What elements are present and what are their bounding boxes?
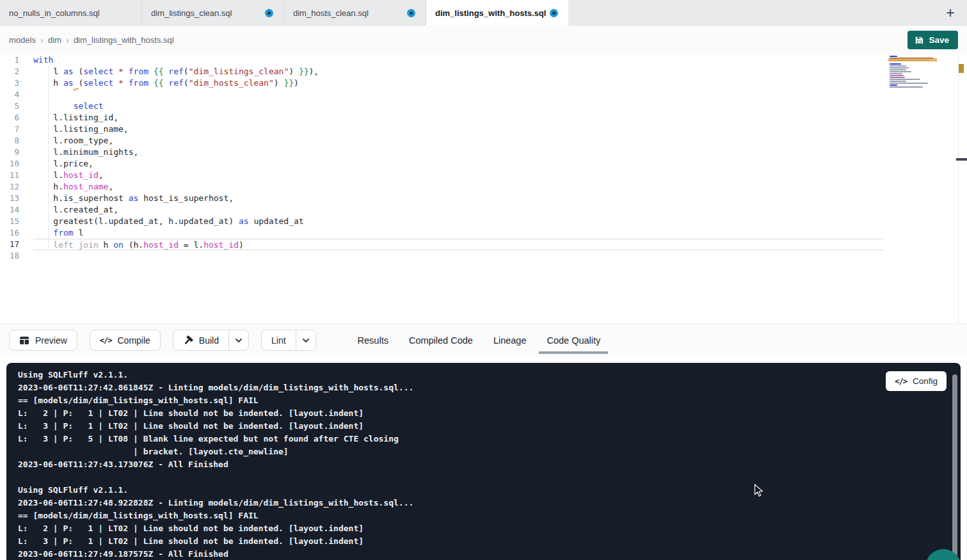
code-line[interactable]	[33, 89, 884, 100]
code-line[interactable]: l.price,	[33, 158, 884, 170]
save-button[interactable]: Save	[907, 31, 958, 49]
code-line[interactable]	[33, 250, 884, 262]
chevron-down-icon	[302, 338, 310, 343]
terminal-line: | bracket. [layout.cte_newline]	[18, 445, 949, 458]
terminal-line: == [models/dim/dim_listings_with_hosts.s…	[18, 394, 949, 407]
panel-tab-code-quality[interactable]: Code Quality	[547, 335, 600, 346]
tab-4[interactable]: dim_listings_with_hosts.sql	[426, 0, 568, 26]
breadcrumb-item-file: dim_listings_with_hosts.sql	[74, 35, 174, 45]
code-line[interactable]: from l	[33, 227, 884, 239]
terminal-line: 2023-06-06T11:27:49.187575Z - All Finish…	[18, 548, 949, 560]
terminal-line: L: 2 | P: 1 | LT02 | Line should not be …	[18, 522, 949, 535]
action-toolbar: Preview </> Compile Build	[0, 323, 967, 356]
panel-tab-compiled-code[interactable]: Compiled Code	[409, 335, 473, 346]
ide-window: no_nulls_in_columns.sqldim_listings_clea…	[0, 0, 967, 560]
breadcrumb-item-dim[interactable]: dim	[48, 35, 61, 45]
lint-button[interactable]: Lint	[262, 330, 296, 350]
chevron-right-icon: ›	[66, 35, 69, 45]
breadcrumb-bar: models › dim › dim_listings_with_hosts.s…	[0, 26, 967, 54]
minimap[interactable]	[890, 56, 936, 93]
build-split-button: Build	[173, 330, 249, 351]
terminal-line: L: 3 | P: 5 | LT08 | Blank line expected…	[18, 433, 949, 445]
terminal-line: == [models/dim/dim_listings_with_hosts.s…	[18, 509, 949, 522]
editor-gutter: 123456789101112131415161718	[0, 54, 24, 323]
chevron-down-icon	[235, 338, 243, 343]
code-line[interactable]: h.is_superhost as host_is_superhost,	[33, 193, 884, 204]
tab-1[interactable]: no_nulls_in_columns.sql	[0, 0, 142, 26]
table-icon	[19, 335, 29, 346]
terminal-line	[18, 471, 949, 484]
unsaved-changes-icon	[550, 9, 558, 17]
panel-tabs: ResultsCompiled CodeLineageCode Quality	[358, 324, 601, 356]
tab-label: dim_listings_clean.sql	[151, 8, 232, 18]
tab-label: no_nulls_in_columns.sql	[9, 8, 100, 18]
tab-label: dim_hosts_clean.sql	[293, 8, 369, 18]
config-button-label: Config	[913, 376, 938, 386]
unsaved-changes-icon	[265, 9, 273, 17]
config-button[interactable]: </> Config	[886, 371, 947, 391]
line-number: 12	[0, 181, 19, 193]
line-number: 3	[0, 77, 19, 89]
lint-warning-marker[interactable]	[959, 64, 964, 73]
line-number: 5	[0, 100, 19, 112]
code-line[interactable]: h as (select * from {{ ref("dim_hosts_cl…	[33, 77, 884, 89]
code-line[interactable]: greatest(l.updated_at, h.updated_at) as …	[33, 216, 884, 227]
line-number: 15	[0, 216, 19, 227]
breadcrumb-item-models[interactable]: models	[9, 35, 36, 45]
code-line[interactable]: l.created_at,	[33, 204, 884, 216]
line-number: 13	[0, 193, 19, 204]
hammer-icon	[183, 335, 193, 346]
code-line[interactable]: l as (select * from {{ ref("dim_listings…	[33, 66, 884, 77]
terminal-line: Using SQLFluff v2.1.1.	[18, 484, 949, 497]
line-number: 17	[0, 239, 19, 250]
line-number: 4	[0, 89, 19, 100]
tab-2[interactable]: dim_listings_clean.sql	[142, 0, 284, 26]
tab-label: dim_listings_with_hosts.sql	[435, 8, 546, 18]
preview-button-label: Preview	[35, 335, 67, 346]
line-number: 1	[0, 54, 19, 66]
lint-dropdown-button[interactable]	[296, 330, 316, 350]
scroll-position-marker[interactable]	[956, 158, 967, 161]
code-line[interactable]: with	[33, 54, 884, 66]
panel-tab-lineage[interactable]: Lineage	[493, 335, 527, 346]
build-button[interactable]: Build	[173, 330, 228, 350]
code-line[interactable]: l.minimum_nights,	[33, 147, 884, 158]
indent-guide	[48, 66, 49, 250]
terminal-line: 2023-06-06T11:27:48.922828Z - Linting mo…	[18, 497, 949, 509]
lint-button-label: Lint	[271, 335, 286, 346]
terminal-panel[interactable]: Using SQLFluff v2.1.1.2023-06-06T11:27:4…	[6, 363, 961, 560]
code-line[interactable]: l.host_id,	[33, 170, 884, 181]
terminal-output: Using SQLFluff v2.1.1.2023-06-06T11:27:4…	[18, 369, 949, 560]
tab-strip: no_nulls_in_columns.sqldim_listings_clea…	[0, 0, 568, 25]
build-dropdown-button[interactable]	[228, 330, 248, 350]
code-line[interactable]: left join h on (h.host_id = l.host_id)	[33, 239, 884, 250]
compile-button[interactable]: </> Compile	[90, 330, 161, 351]
new-tab-button[interactable]: +	[942, 4, 959, 21]
code-editor[interactable]: 123456789101112131415161718 with l as (s…	[0, 54, 967, 323]
code-line[interactable]: h.host_name,	[33, 181, 884, 193]
code-line[interactable]: l.room_type,	[33, 135, 884, 147]
terminal-line: 2023-06-06T11:27:43.173076Z - All Finish…	[18, 458, 949, 471]
line-number: 10	[0, 158, 19, 170]
code-icon: </>	[100, 336, 112, 345]
build-button-label: Build	[199, 335, 219, 346]
line-number: 8	[0, 135, 19, 147]
terminal-scrollbar[interactable]	[952, 374, 957, 557]
minimap-highlight	[888, 58, 937, 61]
line-number: 2	[0, 66, 19, 77]
line-number: 9	[0, 147, 19, 158]
code-line[interactable]: select	[33, 100, 884, 112]
code-icon: </>	[895, 377, 907, 386]
editor-scrollbar[interactable]	[958, 54, 959, 323]
panel-tab-results[interactable]: Results	[358, 335, 388, 346]
preview-button[interactable]: Preview	[9, 330, 77, 351]
terminal-line: Using SQLFluff v2.1.1.	[18, 369, 949, 381]
code-line[interactable]: l.listing_name,	[33, 124, 884, 135]
terminal-line: L: 3 | P: 1 | LT02 | Line should not be …	[18, 420, 949, 433]
chevron-right-icon: ›	[40, 35, 44, 45]
line-number: 16	[0, 227, 19, 239]
editor-code[interactable]: with l as (select * from {{ ref("dim_lis…	[24, 54, 884, 323]
tab-3[interactable]: dim_hosts_clean.sql	[284, 0, 426, 26]
code-line[interactable]: l.listing_id,	[33, 112, 884, 124]
tab-bar: no_nulls_in_columns.sqldim_listings_clea…	[0, 0, 967, 26]
